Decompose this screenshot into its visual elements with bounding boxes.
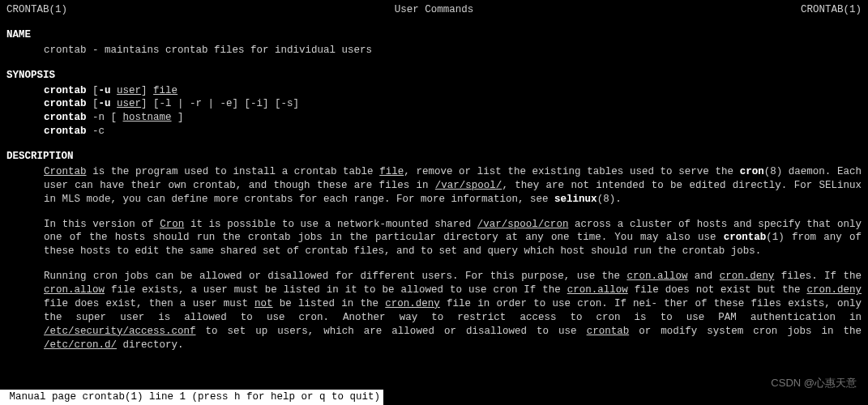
txt: files. If the	[774, 271, 862, 282]
cmd: crontab	[44, 85, 87, 96]
header-right: CRONTAB(1)	[801, 3, 862, 17]
term-crontab: Crontab	[44, 166, 87, 177]
section-heading-synopsis: SYNOPSIS	[6, 69, 862, 83]
txt: (8).	[597, 194, 622, 205]
pager-status-bar: Manual page crontab(1) line 1 (press h f…	[0, 390, 383, 405]
txt: to set up users, which are allowed or di…	[196, 326, 587, 337]
synopsis-line: crontab -c	[44, 125, 862, 139]
txt: it is possible to use a network-mounted …	[184, 219, 477, 230]
txt: directory.	[117, 339, 184, 351]
txt: -c	[87, 126, 105, 137]
cmd: crontab	[44, 98, 87, 109]
file-cron-deny: cron.deny	[720, 271, 775, 282]
description-para-2: In this version of Cron it is possible t…	[6, 218, 862, 259]
term-selinux: selinux	[554, 194, 597, 205]
txt: [	[92, 85, 99, 96]
section-heading-name: NAME	[6, 28, 862, 42]
txt: ]	[172, 112, 184, 123]
arg-user: user	[117, 85, 141, 96]
file-cron-deny: cron.deny	[806, 284, 862, 296]
description-para-1: Crontab is the program used to install a…	[6, 165, 862, 207]
synopsis-line: crontab [-u user] file	[44, 84, 862, 98]
term-not: not	[254, 298, 273, 309]
txt: [	[92, 98, 99, 109]
txt: ] [-l | -r | -e] [-i] [-s]	[141, 98, 299, 109]
txt: In this version of	[44, 219, 160, 230]
file-cron-deny: cron.deny	[385, 298, 440, 309]
file-cron-allow: cron.allow	[44, 284, 105, 296]
txt: , remove or list the existing tables use…	[404, 166, 739, 177]
arg-user: user	[117, 98, 141, 109]
description-para-3: Running cron jobs can be allowed or disa…	[6, 270, 862, 352]
watermark: CSDN @心惠天意	[771, 376, 857, 390]
man-header: CRONTAB(1) User Commands CRONTAB(1)	[6, 3, 862, 17]
opt: -u	[99, 98, 111, 109]
section-heading-description: DESCRIPTION	[6, 150, 862, 164]
cmd: crontab	[44, 112, 87, 123]
term-file: file	[379, 166, 404, 177]
header-center: User Commands	[395, 3, 474, 17]
header-left: CRONTAB(1)	[6, 3, 67, 17]
name-text: crontab - maintains crontab files for in…	[6, 44, 862, 58]
man-page[interactable]: CRONTAB(1) User Commands CRONTAB(1) NAME…	[0, 0, 868, 352]
opt: -u	[99, 85, 111, 96]
term-crontab: crontab	[724, 232, 767, 243]
txt: file exists, a user must be listed in it…	[105, 284, 567, 296]
file-cron-allow: cron.allow	[626, 271, 687, 282]
file-cron-allow: cron.allow	[567, 284, 628, 296]
path-access-conf: /etc/security/access.conf	[44, 326, 196, 337]
txt: file does not exist but the	[628, 284, 807, 296]
term-cron: Cron	[160, 219, 184, 230]
txt: ]	[141, 85, 153, 96]
synopsis-block: crontab [-u user] file crontab [-u user]…	[6, 84, 862, 139]
synopsis-line: crontab [-u user] [-l | -r | -e] [-i] [-…	[44, 97, 862, 111]
txt: -n [	[87, 112, 123, 123]
cmd: crontab	[44, 126, 87, 137]
path-etc-cron-d: /etc/cron.d/	[44, 339, 117, 351]
synopsis-line: crontab -n [ hostname ]	[44, 111, 862, 125]
path-var-spool-cron: /var/spool/cron	[477, 219, 569, 230]
arg-hostname: hostname	[123, 112, 172, 123]
txt: file does exist, then a user must	[44, 298, 254, 309]
path-var-spool: /var/spool/	[435, 180, 502, 191]
term-crontab: crontab	[587, 326, 630, 337]
txt: or modify system cron jobs in the	[629, 326, 862, 337]
txt: Running cron jobs can be allowed or disa…	[44, 271, 626, 282]
txt: be listed in the	[273, 298, 386, 309]
arg-file: file	[153, 85, 177, 96]
txt: and	[687, 271, 719, 282]
term-cron: cron	[740, 166, 764, 177]
txt: is the program used to install a crontab…	[87, 166, 380, 177]
